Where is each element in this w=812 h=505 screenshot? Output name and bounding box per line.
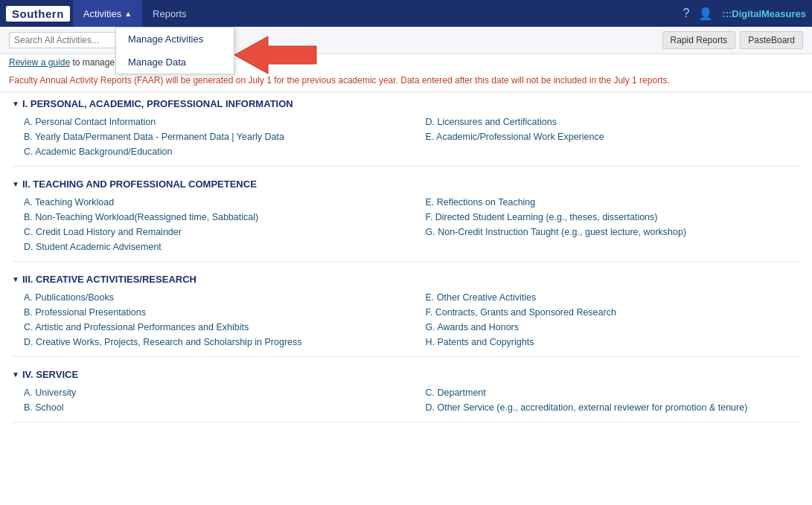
section-i-header[interactable]: ▼ I. PERSONAL, ACADEMIC, PROFESSIONAL IN… — [12, 98, 800, 109]
list-item[interactable]: C. Artistic and Professional Performance… — [12, 321, 399, 334]
chevron-icon: ▼ — [12, 275, 19, 283]
list-item[interactable]: A. Publications/Books — [12, 291, 399, 304]
list-item[interactable]: F. Directed Student Learning (e.g., thes… — [414, 210, 801, 224]
section-iv-header[interactable]: ▼ IV. SERVICE — [12, 369, 800, 380]
list-item[interactable]: A. Personal Contact Information — [12, 115, 399, 129]
list-item[interactable]: C. Credit Load History and Remainder — [12, 225, 399, 239]
brand-label: :::DigitalMeasures — [722, 8, 806, 19]
subheader-buttons: Rapid Reports PasteBoard — [662, 31, 803, 49]
user-icon[interactable]: 👤 — [698, 7, 713, 21]
help-icon[interactable]: ? — [682, 7, 689, 20]
activities-label: Activities — [83, 8, 121, 19]
list-item[interactable]: B. Professional Presentations — [12, 306, 399, 319]
review-guide-link[interactable]: Review a guide — [9, 57, 70, 68]
brand-text: DigitalMeasures — [732, 8, 806, 19]
list-item[interactable]: G. Non-Credit Instruction Taught (e.g., … — [414, 225, 801, 239]
manage-activities-item[interactable]: Manage Activities — [116, 28, 234, 51]
brand-prefix: ::: — [722, 8, 732, 19]
list-item[interactable]: H. Patents and Copyrights — [414, 335, 801, 349]
chevron-icon: ▼ — [12, 100, 19, 108]
section-iii-header[interactable]: ▼ III. CREATIVE ACTIVITIES/RESEARCH — [12, 274, 800, 285]
list-item — [414, 240, 801, 254]
activities-menu[interactable]: Activities ▲ — [73, 0, 142, 27]
section-iii-items: A. Publications/BooksE. Other Creative A… — [12, 291, 800, 349]
section-ii: ▼ II. TEACHING AND PROFESSIONAL COMPETEN… — [12, 178, 800, 262]
search-input[interactable] — [9, 32, 128, 48]
manage-data-item[interactable]: Manage Data — [116, 51, 234, 74]
list-item[interactable]: D. Licensures and Certifications — [414, 115, 801, 129]
list-item[interactable]: D. Student Academic Advisement — [12, 240, 399, 254]
list-item[interactable]: G. Awards and Honors — [414, 321, 801, 334]
rapid-reports-button[interactable]: Rapid Reports — [662, 31, 736, 49]
section-iii: ▼ III. CREATIVE ACTIVITIES/RESEARCHA. Pu… — [12, 274, 800, 357]
section-iv: ▼ IV. SERVICEA. UniversityC. DepartmentB… — [12, 369, 800, 422]
navbar-right: ? 👤 :::DigitalMeasures — [682, 7, 806, 21]
chevron-icon: ▼ — [12, 180, 19, 188]
section-ii-items: A. Teaching WorkloadE. Reflections on Te… — [12, 196, 800, 254]
list-item[interactable]: D. Creative Works, Projects, Research an… — [12, 335, 399, 349]
list-item — [414, 145, 801, 158]
list-item[interactable]: E. Academic/Professional Work Experience — [414, 130, 801, 144]
section-i: ▼ I. PERSONAL, ACADEMIC, PROFESSIONAL IN… — [12, 98, 800, 167]
list-item[interactable]: D. Other Service (e.g., accreditation, e… — [414, 401, 801, 414]
list-item[interactable]: C. Academic Background/Education — [12, 145, 399, 158]
list-item[interactable]: A. University — [12, 386, 399, 399]
list-item[interactable]: E. Reflections on Teaching — [414, 196, 801, 209]
list-item[interactable]: B. School — [12, 401, 399, 414]
pasteboard-button[interactable]: PasteBoard — [740, 31, 803, 49]
list-item[interactable]: A. Teaching Workload — [12, 196, 399, 209]
list-item[interactable]: E. Other Creative Activities — [414, 291, 801, 304]
list-item[interactable]: B. Non-Teaching Workload(Reassigned time… — [12, 210, 399, 224]
list-item[interactable]: F. Contracts, Grants and Sponsored Resea… — [414, 306, 801, 319]
reports-menu[interactable]: Reports — [142, 0, 197, 27]
section-iv-items: A. UniversityC. DepartmentB. SchoolD. Ot… — [12, 386, 800, 414]
chevron-icon: ▼ — [12, 370, 19, 379]
activities-dropdown: Manage Activities Manage Data — [115, 27, 234, 74]
activities-arrow-icon: ▲ — [124, 10, 132, 18]
main-content: ▼ I. PERSONAL, ACADEMIC, PROFESSIONAL IN… — [0, 92, 812, 440]
navbar: Southern Activities ▲ Reports ? 👤 :::Dig… — [0, 0, 812, 27]
section-ii-header[interactable]: ▼ II. TEACHING AND PROFESSIONAL COMPETEN… — [12, 178, 800, 190]
logo: Southern — [6, 6, 70, 22]
list-item[interactable]: B. Yearly Data/Permanent Data - Permanen… — [12, 130, 399, 144]
sections-container: ▼ I. PERSONAL, ACADEMIC, PROFESSIONAL IN… — [12, 98, 800, 422]
section-i-items: A. Personal Contact InformationD. Licens… — [12, 115, 800, 158]
list-item[interactable]: C. Department — [414, 386, 801, 399]
